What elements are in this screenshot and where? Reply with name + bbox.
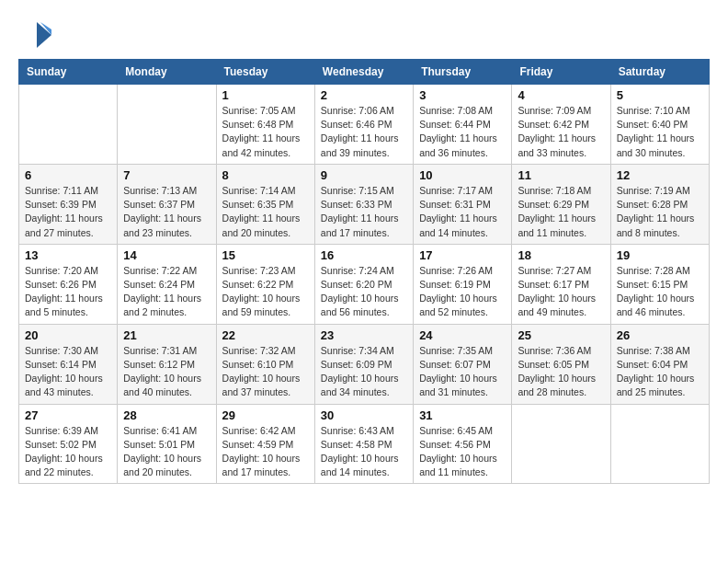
calendar-week-3: 13Sunrise: 7:20 AM Sunset: 6:26 PM Dayli… (19, 244, 710, 324)
day-number: 31 (419, 408, 506, 422)
day-info: Sunrise: 7:23 AM Sunset: 6:22 PM Dayligh… (222, 264, 309, 320)
day-number: 2 (321, 88, 407, 102)
calendar-cell: 2Sunrise: 7:06 AM Sunset: 6:46 PM Daylig… (314, 85, 413, 165)
day-info: Sunrise: 7:28 AM Sunset: 6:15 PM Dayligh… (617, 264, 703, 320)
day-number: 5 (617, 88, 703, 102)
day-info: Sunrise: 7:35 AM Sunset: 6:07 PM Dayligh… (419, 344, 506, 400)
day-info: Sunrise: 7:19 AM Sunset: 6:28 PM Dayligh… (617, 184, 703, 240)
day-number: 26 (617, 328, 703, 342)
day-info: Sunrise: 7:10 AM Sunset: 6:40 PM Dayligh… (617, 104, 703, 160)
calendar-cell: 7Sunrise: 7:13 AM Sunset: 6:37 PM Daylig… (118, 164, 216, 244)
day-info: Sunrise: 7:17 AM Sunset: 6:31 PM Dayligh… (419, 184, 506, 240)
day-info: Sunrise: 7:14 AM Sunset: 6:35 PM Dayligh… (222, 184, 309, 240)
calendar-cell (19, 85, 118, 165)
day-info: Sunrise: 6:42 AM Sunset: 4:59 PM Dayligh… (222, 424, 309, 480)
calendar-cell (118, 85, 216, 165)
calendar-cell: 25Sunrise: 7:36 AM Sunset: 6:05 PM Dayli… (512, 324, 610, 404)
weekday-saturday: Saturday (610, 60, 709, 85)
calendar-cell: 11Sunrise: 7:18 AM Sunset: 6:29 PM Dayli… (512, 164, 610, 244)
day-info: Sunrise: 7:09 AM Sunset: 6:42 PM Dayligh… (518, 104, 604, 160)
day-number: 6 (25, 168, 111, 182)
day-number: 3 (419, 88, 506, 102)
day-info: Sunrise: 6:43 AM Sunset: 4:58 PM Dayligh… (321, 424, 407, 480)
calendar-week-4: 20Sunrise: 7:30 AM Sunset: 6:14 PM Dayli… (19, 324, 710, 404)
calendar-cell: 23Sunrise: 7:34 AM Sunset: 6:09 PM Dayli… (314, 324, 413, 404)
calendar-cell: 6Sunrise: 7:11 AM Sunset: 6:39 PM Daylig… (19, 164, 118, 244)
calendar-cell: 22Sunrise: 7:32 AM Sunset: 6:10 PM Dayli… (216, 324, 314, 404)
day-info: Sunrise: 7:06 AM Sunset: 6:46 PM Dayligh… (321, 104, 407, 160)
day-info: Sunrise: 7:20 AM Sunset: 6:26 PM Dayligh… (25, 264, 111, 320)
day-info: Sunrise: 7:05 AM Sunset: 6:48 PM Dayligh… (222, 104, 309, 160)
day-number: 30 (321, 408, 407, 422)
day-number: 29 (222, 408, 309, 422)
calendar-cell: 12Sunrise: 7:19 AM Sunset: 6:28 PM Dayli… (610, 164, 709, 244)
day-number: 16 (321, 248, 407, 262)
calendar-cell: 28Sunrise: 6:41 AM Sunset: 5:01 PM Dayli… (118, 404, 216, 484)
calendar-cell: 26Sunrise: 7:38 AM Sunset: 6:04 PM Dayli… (610, 324, 709, 404)
day-number: 21 (123, 328, 210, 342)
weekday-sunday: Sunday (19, 60, 118, 85)
day-info: Sunrise: 7:27 AM Sunset: 6:17 PM Dayligh… (518, 264, 604, 320)
day-info: Sunrise: 7:13 AM Sunset: 6:37 PM Dayligh… (123, 184, 210, 240)
day-info: Sunrise: 7:34 AM Sunset: 6:09 PM Dayligh… (321, 344, 407, 400)
calendar-week-5: 27Sunrise: 6:39 AM Sunset: 5:02 PM Dayli… (19, 404, 710, 484)
day-number: 9 (321, 168, 407, 182)
calendar-cell: 1Sunrise: 7:05 AM Sunset: 6:48 PM Daylig… (216, 85, 314, 165)
calendar-cell (512, 404, 610, 484)
day-number: 17 (419, 248, 506, 262)
calendar-cell: 18Sunrise: 7:27 AM Sunset: 6:17 PM Dayli… (512, 244, 610, 324)
calendar-week-2: 6Sunrise: 7:11 AM Sunset: 6:39 PM Daylig… (19, 164, 710, 244)
day-info: Sunrise: 7:22 AM Sunset: 6:24 PM Dayligh… (123, 264, 210, 320)
day-number: 12 (617, 168, 703, 182)
calendar-cell: 4Sunrise: 7:09 AM Sunset: 6:42 PM Daylig… (512, 85, 610, 165)
weekday-tuesday: Tuesday (216, 60, 314, 85)
day-number: 13 (25, 248, 111, 262)
calendar-cell: 5Sunrise: 7:10 AM Sunset: 6:40 PM Daylig… (610, 85, 709, 165)
day-info: Sunrise: 7:32 AM Sunset: 6:10 PM Dayligh… (222, 344, 309, 400)
day-info: Sunrise: 7:36 AM Sunset: 6:05 PM Dayligh… (518, 344, 604, 400)
day-info: Sunrise: 7:18 AM Sunset: 6:29 PM Dayligh… (518, 184, 604, 240)
day-info: Sunrise: 7:08 AM Sunset: 6:44 PM Dayligh… (419, 104, 506, 160)
weekday-wednesday: Wednesday (314, 60, 413, 85)
day-number: 23 (321, 328, 407, 342)
calendar-cell: 3Sunrise: 7:08 AM Sunset: 6:44 PM Daylig… (414, 85, 512, 165)
calendar-cell: 20Sunrise: 7:30 AM Sunset: 6:14 PM Dayli… (19, 324, 118, 404)
calendar-cell: 14Sunrise: 7:22 AM Sunset: 6:24 PM Dayli… (118, 244, 216, 324)
day-number: 19 (617, 248, 703, 262)
calendar-cell: 9Sunrise: 7:15 AM Sunset: 6:33 PM Daylig… (314, 164, 413, 244)
calendar-cell: 31Sunrise: 6:45 AM Sunset: 4:56 PM Dayli… (414, 404, 512, 484)
logo-icon (18, 18, 51, 52)
day-number: 4 (518, 88, 604, 102)
weekday-friday: Friday (512, 60, 610, 85)
calendar-cell: 27Sunrise: 6:39 AM Sunset: 5:02 PM Dayli… (19, 404, 118, 484)
day-number: 24 (419, 328, 506, 342)
weekday-monday: Monday (118, 60, 216, 85)
day-info: Sunrise: 7:11 AM Sunset: 6:39 PM Dayligh… (25, 184, 111, 240)
day-number: 1 (222, 88, 309, 102)
day-number: 27 (25, 408, 111, 422)
day-number: 10 (419, 168, 506, 182)
day-info: Sunrise: 6:45 AM Sunset: 4:56 PM Dayligh… (419, 424, 506, 480)
page-header (18, 18, 710, 52)
calendar-body: 1Sunrise: 7:05 AM Sunset: 6:48 PM Daylig… (19, 85, 710, 484)
day-info: Sunrise: 7:15 AM Sunset: 6:33 PM Dayligh… (321, 184, 407, 240)
day-info: Sunrise: 6:39 AM Sunset: 5:02 PM Dayligh… (25, 424, 111, 480)
logo (18, 18, 55, 52)
day-number: 7 (123, 168, 210, 182)
calendar-cell: 15Sunrise: 7:23 AM Sunset: 6:22 PM Dayli… (216, 244, 314, 324)
day-number: 14 (123, 248, 210, 262)
calendar-cell: 17Sunrise: 7:26 AM Sunset: 6:19 PM Dayli… (414, 244, 512, 324)
calendar-cell: 10Sunrise: 7:17 AM Sunset: 6:31 PM Dayli… (414, 164, 512, 244)
day-info: Sunrise: 7:31 AM Sunset: 6:12 PM Dayligh… (123, 344, 210, 400)
day-number: 8 (222, 168, 309, 182)
weekday-thursday: Thursday (414, 60, 512, 85)
day-number: 11 (518, 168, 604, 182)
calendar-cell: 21Sunrise: 7:31 AM Sunset: 6:12 PM Dayli… (118, 324, 216, 404)
day-info: Sunrise: 7:26 AM Sunset: 6:19 PM Dayligh… (419, 264, 506, 320)
day-number: 28 (123, 408, 210, 422)
calendar-cell: 19Sunrise: 7:28 AM Sunset: 6:15 PM Dayli… (610, 244, 709, 324)
day-number: 15 (222, 248, 309, 262)
day-number: 25 (518, 328, 604, 342)
calendar-cell (610, 404, 709, 484)
day-info: Sunrise: 7:24 AM Sunset: 6:20 PM Dayligh… (321, 264, 407, 320)
